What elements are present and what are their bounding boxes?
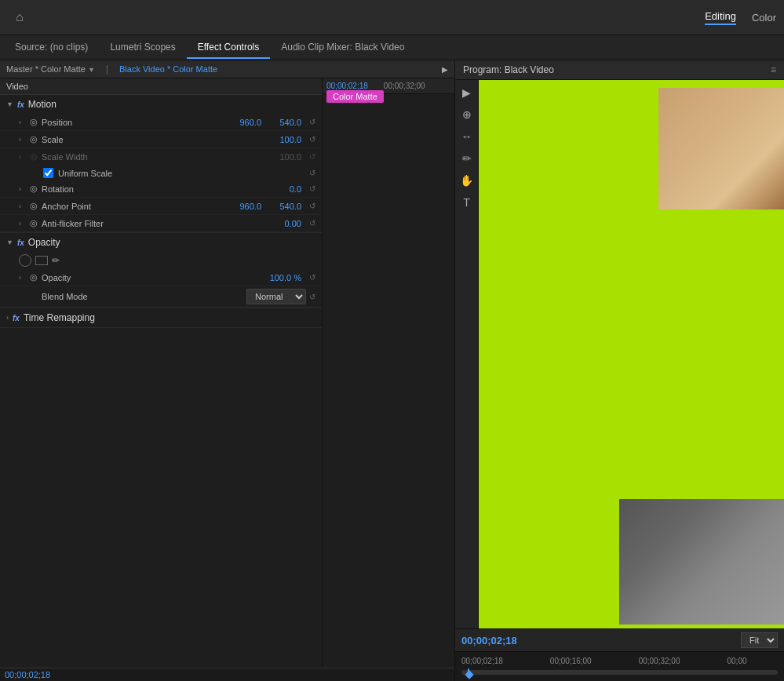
anchor-reset[interactable]: ↺ <box>309 202 315 210</box>
scale-row: › ◎ Scale 100.0 ↺ <box>0 131 322 148</box>
opacity-group: ▼ fx Opacity ✏ › ◎ Opacity <box>0 233 322 308</box>
color-matte-clip[interactable]: Color Matte <box>326 90 384 103</box>
anchor-expand[interactable]: › <box>19 202 27 210</box>
opacity-expand[interactable]: › <box>19 274 27 282</box>
anchor-y[interactable]: 540.0 <box>266 202 301 211</box>
program-canvas <box>479 80 784 628</box>
dog-image-bottom <box>619 499 784 625</box>
fit-select[interactable]: Fit <box>741 632 778 648</box>
tab-audio-mixer[interactable]: Audio Clip Mixer: Black Video <box>270 37 415 59</box>
rotation-expand[interactable]: › <box>19 185 27 193</box>
blend-mode-select[interactable]: Normal Dissolve Darken Multiply <box>246 289 306 304</box>
anti-flicker-expand[interactable]: › <box>19 220 27 228</box>
workspace-editing[interactable]: Editing <box>705 10 736 25</box>
uniform-scale-reset[interactable]: ↺ <box>309 169 315 177</box>
home-button[interactable]: ⌂ <box>8 5 31 29</box>
opacity-tools-row: ✏ <box>0 252 322 269</box>
properties-panel: Video ▼ fx Motion › ◎ Position 960.0 540 <box>0 78 322 668</box>
ec-timecode-bottom: 00;00;02;18 <box>0 668 454 681</box>
program-monitor-panel: Program: Black Video ≡ ▶ ⊕ ↔ ✏ ✋ T <box>455 60 784 681</box>
opacity-row: › ◎ Opacity 100.0 % ↺ <box>0 269 322 286</box>
select-tool[interactable]: ▶ <box>462 86 471 99</box>
position-x[interactable]: 960.0 <box>226 118 261 127</box>
program-timecode[interactable]: 00;00;02;18 <box>461 635 517 646</box>
rotation-row: › ◎ Rotation 0.0 ↺ <box>0 180 322 198</box>
draw-tool[interactable]: ✏ <box>462 152 472 165</box>
opacity-reset[interactable]: ↺ <box>309 273 315 282</box>
scale-width-icon: ◎ <box>30 151 38 162</box>
breadcrumb-separator: | <box>106 64 108 75</box>
ec-play-button[interactable]: ▶ <box>442 65 448 74</box>
opacity-group-header[interactable]: ▼ fx Opacity <box>0 233 322 252</box>
workspace-color[interactable]: Color <box>752 12 776 24</box>
rotation-value[interactable]: 0.0 <box>266 184 301 194</box>
scale-reset[interactable]: ↺ <box>309 135 315 144</box>
anchor-x[interactable]: 960.0 <box>226 202 261 211</box>
anti-flicker-name: Anti-flicker Filter <box>42 219 266 228</box>
program-menu-icon[interactable]: ≡ <box>771 64 776 75</box>
program-header: Program: Black Video ≡ <box>455 60 784 80</box>
tab-lumetri[interactable]: Lumetri Scopes <box>99 37 186 59</box>
uniform-scale-row: Uniform Scale ↺ <box>0 166 322 180</box>
rotation-reset[interactable]: ↺ <box>309 184 315 193</box>
target-tool[interactable]: ⊕ <box>462 108 472 121</box>
opacity-value[interactable]: 100.0 % <box>266 273 301 282</box>
dog-image-top <box>658 88 784 209</box>
fx-badge-opacity: fx <box>17 239 24 247</box>
opacity-prop-name: Opacity <box>42 273 266 282</box>
tab-effect-controls[interactable]: Effect Controls <box>187 37 270 59</box>
program-controls: 00;00;02;18 Fit <box>455 628 784 651</box>
time-remapping-expand: › <box>6 314 9 322</box>
program-view: ▶ ⊕ ↔ ✏ ✋ T <box>455 80 784 628</box>
scale-width-reset: ↺ <box>309 152 315 161</box>
ruler-mark-2: 00;00;32;00 <box>639 657 680 665</box>
playhead-bar[interactable] <box>461 670 778 675</box>
ruler-mark-1: 00;00;16;00 <box>550 657 592 665</box>
anchor-point-row: › ◎ Anchor Point 960.0 540.0 ↺ <box>0 198 322 215</box>
anchor-name: Anchor Point <box>42 202 226 211</box>
text-tool[interactable]: T <box>463 196 470 209</box>
hand-tool[interactable]: ✋ <box>460 174 473 187</box>
scale-width-name: Scale Width <box>42 152 266 162</box>
time-remapping-header[interactable]: › fx Time Remapping <box>0 308 322 327</box>
tab-source[interactable]: Source: (no clips) <box>4 37 99 59</box>
anti-flicker-row: › ◎ Anti-flicker Filter 0.00 ↺ <box>0 215 322 232</box>
video-section-header: Video <box>0 78 322 95</box>
position-row: › ◎ Position 960.0 540.0 ↺ <box>0 114 322 131</box>
tc-start: 00;00;02;18 <box>326 82 368 90</box>
anti-flicker-reset[interactable]: ↺ <box>309 219 315 228</box>
main-layout: Master * Color Matte ▼ | Black Video * C… <box>0 60 784 681</box>
program-title: Program: Black Video <box>463 64 554 75</box>
playhead-position <box>468 668 469 676</box>
uniform-scale-checkbox[interactable] <box>43 168 53 178</box>
opacity-icon: ◎ <box>30 272 38 282</box>
motion-expand-icon: ▼ <box>6 100 13 108</box>
rect-tool[interactable] <box>35 256 48 265</box>
master-chevron: ▼ <box>88 66 95 74</box>
timeline-ruler: 00;00;02;18 00;00;16;00 00;00;32;00 00;0… <box>461 655 778 667</box>
scale-expand[interactable]: › <box>19 136 27 144</box>
in-out-tool[interactable]: ↔ <box>461 130 472 143</box>
blend-mode-row: › ◎ Blend Mode Normal Dissolve Darken Mu… <box>0 286 322 308</box>
master-dropdown[interactable]: Master * Color Matte ▼ <box>6 64 95 74</box>
motion-group: ▼ fx Motion › ◎ Position 960.0 540.0 ↺ <box>0 95 322 233</box>
anchor-icon: ◎ <box>30 201 38 211</box>
ec-timeline-area: 00;00;02;18 00;00;32;00 Color Matte <box>322 78 454 668</box>
position-expand[interactable]: › <box>19 118 27 126</box>
fx-badge-motion: fx <box>17 100 24 109</box>
clip-label[interactable]: Black Video * Color Matte <box>119 64 217 74</box>
fx-badge-time: fx <box>13 314 20 322</box>
pen-tool[interactable]: ✏ <box>52 255 60 266</box>
position-reset[interactable]: ↺ <box>309 118 315 126</box>
tc-end: 00;00;32;00 <box>384 82 425 90</box>
panel-tab-bar: Source: (no clips) Lumetri Scopes Effect… <box>0 35 784 60</box>
ec-header: Master * Color Matte ▼ | Black Video * C… <box>0 60 454 78</box>
program-timeline-ruler: 00;00;02;18 00;00;16;00 00;00;32;00 00;0… <box>455 651 784 681</box>
blend-mode-reset[interactable]: ↺ <box>309 293 315 301</box>
ellipse-tool[interactable] <box>19 254 31 267</box>
motion-group-header[interactable]: ▼ fx Motion <box>0 95 322 114</box>
anti-flicker-value[interactable]: 0.00 <box>266 219 301 228</box>
opacity-expand-icon: ▼ <box>6 239 13 246</box>
scale-value[interactable]: 100.0 <box>266 135 301 144</box>
position-y[interactable]: 540.0 <box>266 118 301 127</box>
